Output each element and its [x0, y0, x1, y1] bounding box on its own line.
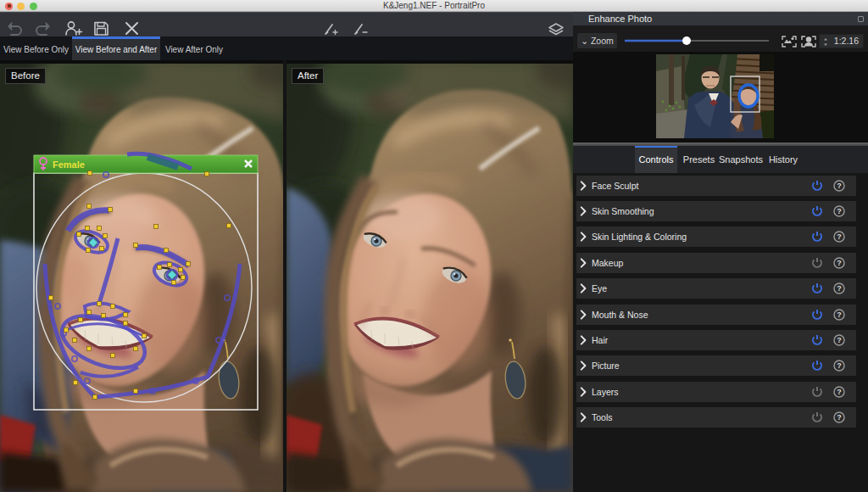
svg-text:?: ?: [837, 259, 842, 267]
svg-text:?: ?: [837, 361, 842, 370]
svg-text:Female: Female: [53, 159, 85, 170]
svg-text:?: ?: [837, 284, 842, 293]
svg-text:?: ?: [837, 232, 842, 241]
svg-text:?: ?: [837, 182, 842, 190]
svg-text:?: ?: [837, 413, 842, 422]
svg-text:?: ?: [837, 336, 842, 344]
svg-text:?: ?: [837, 310, 842, 319]
svg-text:?: ?: [837, 207, 842, 215]
svg-text:?: ?: [837, 388, 842, 396]
